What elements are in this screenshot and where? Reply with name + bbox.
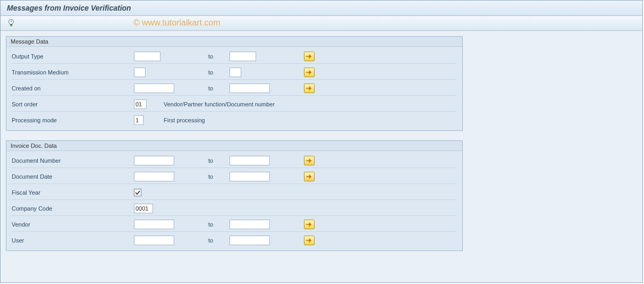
label-created-on: Created on bbox=[12, 85, 134, 91]
group-title-message-data: Message Data bbox=[6, 37, 462, 47]
row-trans-medium: Transmission Medium to bbox=[12, 66, 457, 78]
arrow-right-icon bbox=[306, 174, 312, 179]
proc-mode-input[interactable] bbox=[134, 115, 143, 125]
created-on-multi-button[interactable] bbox=[304, 83, 315, 93]
page-title: Messages from Invoice Verification bbox=[7, 4, 131, 12]
row-doc-number: Document Number to bbox=[12, 154, 457, 166]
output-type-to-input[interactable] bbox=[230, 52, 256, 61]
arrow-right-icon bbox=[306, 222, 312, 227]
title-bar: Messages from Invoice Verification bbox=[1, 1, 642, 16]
doc-date-multi-button[interactable] bbox=[304, 172, 315, 181]
doc-date-from-input[interactable] bbox=[134, 172, 174, 181]
trans-medium-from-input[interactable] bbox=[134, 68, 146, 77]
label-output-type: Output Type bbox=[12, 53, 134, 60]
created-on-to-input[interactable] bbox=[230, 83, 270, 93]
doc-date-to-input[interactable] bbox=[230, 172, 270, 181]
content-area: Message Data Output Type to Transmission… bbox=[1, 31, 642, 266]
check-icon bbox=[135, 190, 140, 195]
doc-number-multi-button[interactable] bbox=[304, 156, 315, 165]
fiscal-year-checkbox[interactable] bbox=[134, 189, 141, 196]
arrow-right-icon bbox=[306, 54, 312, 59]
vendor-to-input[interactable] bbox=[230, 220, 270, 229]
clock-execute-icon bbox=[7, 19, 15, 27]
to-label: to bbox=[208, 221, 230, 228]
label-doc-date: Document Date bbox=[12, 173, 134, 180]
user-from-input[interactable] bbox=[134, 236, 174, 245]
doc-number-to-input[interactable] bbox=[230, 156, 270, 165]
group-title-invoice-doc: Invoice Doc. Data bbox=[6, 141, 462, 151]
row-doc-date: Document Date to bbox=[12, 170, 457, 182]
toolbar: © www.tutorialkart.com bbox=[1, 16, 642, 31]
row-sort-order: Sort order Vendor/Partner function/Docum… bbox=[12, 98, 457, 110]
watermark-text: © www.tutorialkart.com bbox=[133, 18, 221, 28]
to-label: to bbox=[208, 85, 230, 91]
vendor-multi-button[interactable] bbox=[304, 220, 315, 229]
sort-order-desc: Vendor/Partner function/Document number bbox=[160, 101, 275, 107]
trans-medium-multi-button[interactable] bbox=[304, 68, 315, 77]
group-message-data: Message Data Output Type to Transmission… bbox=[6, 36, 463, 131]
to-label: to bbox=[208, 237, 230, 244]
label-fiscal-year: Fiscal Year bbox=[12, 189, 134, 196]
label-user: User bbox=[12, 237, 134, 244]
arrow-right-icon bbox=[306, 238, 312, 243]
doc-number-from-input[interactable] bbox=[134, 156, 174, 165]
row-user: User to bbox=[12, 234, 457, 246]
output-type-multi-button[interactable] bbox=[304, 52, 315, 61]
to-label: to bbox=[208, 69, 230, 76]
company-code-input[interactable] bbox=[134, 204, 153, 213]
user-to-input[interactable] bbox=[230, 236, 270, 245]
output-type-from-input[interactable] bbox=[134, 52, 160, 61]
label-sort-order: Sort order bbox=[12, 101, 134, 107]
label-trans-medium: Transmission Medium bbox=[12, 69, 134, 76]
execute-button[interactable] bbox=[6, 18, 16, 28]
sort-order-input[interactable] bbox=[134, 99, 147, 109]
to-label: to bbox=[208, 53, 230, 60]
row-vendor: Vendor to bbox=[12, 218, 457, 230]
proc-mode-desc: First processing bbox=[160, 117, 205, 123]
row-company-code: Company Code bbox=[12, 202, 457, 214]
arrow-right-icon bbox=[306, 70, 312, 75]
created-on-from-input[interactable] bbox=[134, 83, 174, 93]
app-window: Messages from Invoice Verification © www… bbox=[0, 0, 643, 283]
label-vendor: Vendor bbox=[12, 221, 134, 228]
to-label: to bbox=[208, 157, 230, 164]
vendor-from-input[interactable] bbox=[134, 220, 174, 229]
label-doc-number: Document Number bbox=[12, 157, 134, 164]
user-multi-button[interactable] bbox=[304, 236, 315, 245]
trans-medium-to-input[interactable] bbox=[230, 68, 241, 77]
row-created-on: Created on to bbox=[12, 82, 457, 94]
label-company-code: Company Code bbox=[12, 205, 134, 212]
arrow-right-icon bbox=[306, 86, 312, 91]
to-label: to bbox=[208, 173, 230, 180]
row-output-type: Output Type to bbox=[12, 50, 457, 62]
arrow-right-icon bbox=[306, 158, 312, 163]
group-invoice-doc-data: Invoice Doc. Data Document Number to Doc… bbox=[6, 140, 463, 251]
label-proc-mode: Processing mode bbox=[12, 117, 134, 123]
row-fiscal-year: Fiscal Year bbox=[12, 186, 457, 198]
row-proc-mode: Processing mode First processing bbox=[12, 114, 457, 126]
